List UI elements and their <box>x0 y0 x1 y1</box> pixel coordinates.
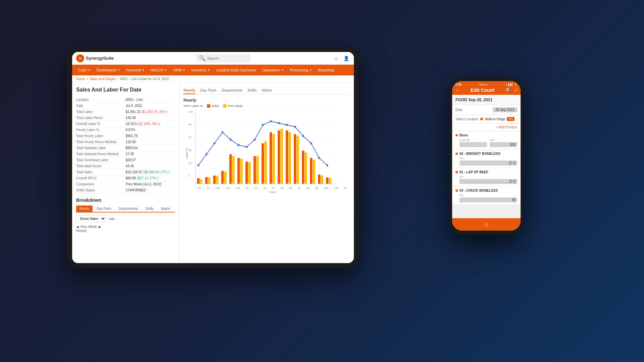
unit-input-kg-lapofbeef[interactable]: 27.5 <box>460 179 517 184</box>
nav-item-dashboards[interactable]: Dashboards ▼ <box>94 65 123 75</box>
chart-tab-shifts[interactable]: Shifts <box>248 87 257 94</box>
prev-week-label: Prev Week <box>80 225 97 229</box>
phone-location-row[interactable]: Select Location Walk-in fridge 5/5 › <box>452 115 521 123</box>
nav-item-haccp[interactable]: HACCP ▼ <box>148 65 170 75</box>
nav-item-hrm[interactable]: HRM ▼ <box>170 65 188 75</box>
unit-input-kg-brisket[interactable]: 27.5 <box>460 161 517 166</box>
chart-tab-hourly[interactable]: Hourly <box>183 87 195 94</box>
info-label-splh: Overall SPLH <box>76 176 126 180</box>
info-label-hourly-hours: Total Hourly Hours Worked <box>76 140 126 144</box>
product-name-brisket: 02 - BRISKET BONELESS <box>460 152 500 156</box>
unit-input-kg-chuck[interactable]: 65 <box>460 197 517 202</box>
breadcrumb-home[interactable]: Home <box>76 77 85 81</box>
svg-rect-7 <box>200 179 202 184</box>
labor-label: Lab... <box>109 217 117 221</box>
info-value-salaried-hours: 27:30 <box>126 152 175 156</box>
product-name-lapofbeef: 01 - LAP OF BEEF <box>460 170 488 174</box>
add-product-button[interactable]: + Add Product <box>452 124 521 131</box>
tablet: ● SynergySuite 🔍 ⌂ 👤 Cash ▼ Dashboards ▼… <box>67 47 359 268</box>
legend-sales-box <box>207 104 210 108</box>
breakdown-tab-hourly[interactable]: Hourly <box>76 205 93 212</box>
info-row-salaried-hours: Total Salaried Hours Worked 27:30 <box>76 151 175 157</box>
phone-home-icon[interactable]: ⌂ <box>485 221 488 228</box>
nav-item-cash[interactable]: Cash ▼ <box>75 65 93 75</box>
info-value-overhead-labor: $28.57 <box>126 158 175 162</box>
unit-label-kg-lapofbeef: KG <box>460 175 517 178</box>
gross-sales-dropdown[interactable]: Gross Sales <box>76 215 106 222</box>
svg-point-43 <box>222 131 224 133</box>
breakdown-controls: Gross Sales Lab... <box>76 215 175 222</box>
breadcrumb-sales-wages[interactable]: Sales and Wages <box>90 77 116 81</box>
info-row-comparison: Comparison Prev Week (Jul 2, 2022) <box>76 181 175 187</box>
nav-item-financial[interactable]: Financial ▼ <box>123 65 147 75</box>
user-icon[interactable]: 👤 <box>342 55 350 62</box>
product-name-chuck: 03 - CHUCK BONELESS <box>460 189 498 192</box>
info-label-salaried-labor: Total Salaried Labor <box>76 146 126 150</box>
info-row-hourly-hours: Total Hourly Hours Worked 116:00 <box>76 139 175 145</box>
svg-point-40 <box>198 164 200 167</box>
search-input[interactable] <box>207 56 248 60</box>
logo-icon: ● <box>76 54 84 62</box>
info-value-total-labor-hours: 143:30 <box>126 116 175 120</box>
legend-labor: Labor % <box>183 104 203 108</box>
svg-rect-21 <box>256 156 259 184</box>
nav-item-operations[interactable]: Operations ▼ <box>260 65 287 75</box>
legend-sales-label: Sales <box>212 104 219 108</box>
phone-date-value: 20 Sep 2021 <box>493 107 517 112</box>
unit-input-case[interactable] <box>460 142 487 147</box>
info-row-total-labor-hours: Total Labor Hours 143:30 <box>76 115 175 121</box>
svg-point-44 <box>230 138 232 141</box>
breadcrumb-current: A001 - Lehi Detail for Jul 9, 2022 <box>120 77 169 81</box>
svg-point-54 <box>310 142 312 144</box>
breakdown-tab-dayparts[interactable]: Day Parts <box>93 205 115 212</box>
info-value-comparison: Prev Week (Jul 2, 2022) <box>126 182 175 186</box>
phone-back-button[interactable]: ← <box>455 87 460 93</box>
svg-point-42 <box>214 142 216 144</box>
svg-rect-30 <box>294 134 296 184</box>
phone: 2:06 Search ▲ ▌▌▌ 🔋 ← Edit Count 🔍 ✓ <box>449 77 523 235</box>
info-table: Location A001 - Lehi Date Jul 9, 2022 To… <box>76 97 175 193</box>
status-time: 2:06 <box>455 83 462 86</box>
phone-screen: 2:06 Search ▲ ▌▌▌ 🔋 ← Edit Count 🔍 ✓ <box>452 81 521 231</box>
svg-rect-10 <box>213 176 216 184</box>
chevron-right-icon: › <box>516 117 517 121</box>
breakdown-tab-departments[interactable]: Departments <box>115 205 141 212</box>
info-row-location: Location A001 - Lehi <box>76 97 175 103</box>
chart-tab-dayparts[interactable]: Day Parts <box>200 87 216 94</box>
info-value-total-labor: $1,861.32 ($1,832.75 -2%↑) <box>126 110 175 114</box>
info-label-salaried-hours: Total Salaried Hours Worked <box>76 152 126 156</box>
nav-item-inventory[interactable]: Inventory ▼ <box>189 65 213 75</box>
chart-title: Hourly <box>183 98 350 103</box>
battery-icon: 🔋 <box>514 83 517 86</box>
svg-point-56 <box>326 164 328 167</box>
nav-item-reporting[interactable]: Reporting <box>315 65 337 75</box>
prev-week-right-icon[interactable]: ▶ <box>99 225 101 229</box>
product-name-row-brisket: 02 - BRISKET BONELESS <box>455 152 517 156</box>
nav-item-location-daily-summary[interactable]: Location Daily Summary <box>213 65 259 75</box>
phone-content: FOOD Sep 20, 2021 Date 20 Sep 2021 Selec… <box>452 95 521 218</box>
unit-input-unit[interactable]: 263 <box>490 142 517 147</box>
breakdown-tab-shifts[interactable]: Shifts <box>142 205 157 212</box>
svg-rect-37 <box>321 176 323 184</box>
nav-item-purchasing[interactable]: Purchasing ▼ <box>287 65 315 75</box>
search-bar[interactable]: 🔍 <box>196 54 250 62</box>
phone-check-icon[interactable]: ✓ <box>514 87 518 93</box>
chart-tab-departments[interactable]: Departments <box>221 87 243 94</box>
svg-point-53 <box>302 135 304 137</box>
home-icon[interactable]: ⌂ <box>332 55 340 62</box>
location-name: Walk-in fridge <box>485 117 505 121</box>
breakdown-tab-matrix[interactable]: Matrix <box>158 205 173 212</box>
product-units-lapofbeef: KG 27.5 <box>455 175 517 184</box>
wifi-icon: ▲ <box>505 83 507 86</box>
info-value-date: Jul 9, 2022 <box>126 104 175 108</box>
info-value-total-sales: $10,166.97 ($8,684.93 17%↑) <box>126 170 175 174</box>
info-row-date: Date Jul 9, 2022 <box>76 103 175 109</box>
svg-point-45 <box>238 144 240 146</box>
chart-tabs: Hourly Day Parts Departments Shifts Matr… <box>183 87 350 95</box>
product-units-buns: Case 48 Unit 263 <box>455 138 517 147</box>
prev-week-left-icon[interactable]: ◀ <box>76 225 79 229</box>
product-name-row-lapofbeef: 01 - LAP OF BEEF <box>455 170 517 174</box>
phone-search-icon[interactable]: 🔍 <box>505 87 511 93</box>
chart-tab-matrix[interactable]: Matrix <box>262 87 272 94</box>
svg-point-50 <box>278 122 280 124</box>
